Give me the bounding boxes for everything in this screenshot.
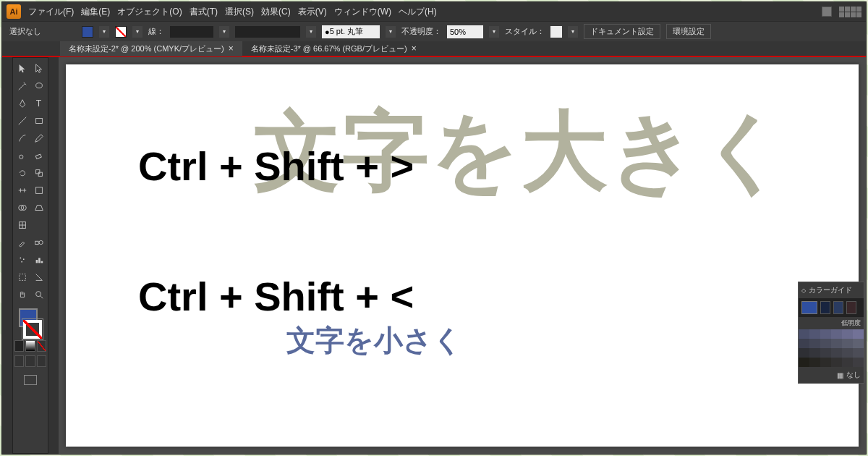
slice-tool[interactable]: [31, 269, 46, 285]
blob-brush-tool[interactable]: [14, 148, 30, 164]
fill-swatch[interactable]: [82, 26, 93, 38]
color-guide-cell[interactable]: [820, 358, 831, 367]
document-tab[interactable]: 名称未設定-3* @ 66.67% (RGB/プレビュー)×: [242, 41, 425, 56]
color-guide-grid[interactable]: [799, 329, 864, 367]
stroke-dropdown[interactable]: ▾: [132, 26, 142, 38]
rectangle-tool[interactable]: [31, 113, 46, 129]
eyedropper-tool[interactable]: [14, 235, 30, 250]
preferences-button[interactable]: 環境設定: [666, 24, 711, 39]
color-guide-cell[interactable]: [799, 339, 809, 348]
screen-mode[interactable]: [14, 373, 46, 387]
color-guide-cell[interactable]: [820, 339, 831, 348]
symbol-sprayer-tool[interactable]: [14, 252, 30, 268]
pen-tool[interactable]: [14, 96, 30, 111]
color-guide-cell[interactable]: [820, 348, 831, 358]
width-tool[interactable]: [14, 182, 30, 198]
color-guide-cell[interactable]: [853, 339, 864, 348]
color-guide-cell[interactable]: [809, 358, 820, 367]
fill-dropdown[interactable]: ▾: [99, 26, 109, 38]
selection-tool[interactable]: [14, 61, 30, 77]
harmony-swatch[interactable]: [846, 301, 856, 314]
rotate-tool[interactable]: [14, 165, 30, 181]
free-transform-tool[interactable]: [31, 182, 46, 198]
magic-wand-tool[interactable]: [14, 78, 30, 94]
doc-setup-button[interactable]: ドキュメント設定: [584, 24, 660, 39]
blend-tool[interactable]: [31, 235, 46, 250]
color-guide-panel[interactable]: カラーガイド 低明度 ▦なし: [798, 282, 864, 384]
scale-tool[interactable]: [31, 165, 46, 181]
color-guide-cell[interactable]: [853, 329, 864, 339]
stroke-swatch[interactable]: [115, 26, 127, 38]
menu-object[interactable]: オブジェクト(O): [117, 6, 182, 18]
line-tool[interactable]: [14, 113, 30, 129]
menu-edit[interactable]: 編集(E): [81, 6, 110, 18]
arrange-grid-icon[interactable]: [839, 7, 861, 17]
perspective-grid-tool[interactable]: [31, 200, 46, 216]
color-guide-cell[interactable]: [809, 348, 820, 358]
stroke-weight-input[interactable]: [170, 26, 213, 38]
paintbrush-tool[interactable]: [14, 130, 30, 146]
eraser-tool[interactable]: [31, 148, 46, 164]
menu-select[interactable]: 選択(S): [225, 6, 254, 18]
ui-mode-swatch[interactable]: [822, 7, 832, 17]
brush-preset-dropdown[interactable]: ▾: [386, 26, 396, 38]
artboard-tool[interactable]: [14, 269, 30, 285]
color-guide-cell[interactable]: [809, 339, 820, 348]
color-guide-cell[interactable]: [799, 348, 809, 358]
document-tabs: 名称未設定-2* @ 200% (CMYK/プレビュー)× 名称未設定-3* @…: [2, 41, 866, 57]
color-guide-cell[interactable]: [831, 339, 842, 348]
hand-tool[interactable]: [14, 287, 30, 303]
style-swatch[interactable]: [550, 26, 562, 38]
type-tool[interactable]: T: [31, 96, 46, 111]
column-graph-tool[interactable]: [31, 252, 46, 268]
color-guide-cell[interactable]: [842, 358, 853, 367]
menu-effect[interactable]: 効果(C): [261, 6, 291, 18]
color-guide-cell[interactable]: [853, 348, 864, 358]
menu-window[interactable]: ウィンドウ(W): [334, 6, 391, 18]
draw-mode-row[interactable]: [14, 355, 46, 367]
color-guide-cell[interactable]: [809, 329, 820, 339]
fill-stroke-color[interactable]: [14, 307, 46, 339]
color-guide-cell[interactable]: [842, 329, 853, 339]
color-guide-cell[interactable]: [820, 329, 831, 339]
color-guide-cell[interactable]: [799, 358, 809, 367]
shape-builder-tool[interactable]: [14, 200, 30, 216]
mesh-tool[interactable]: [14, 217, 30, 233]
style-dropdown[interactable]: ▾: [568, 26, 578, 38]
zoom-tool[interactable]: [31, 287, 46, 303]
color-guide-cell[interactable]: [842, 348, 853, 358]
opacity-dropdown[interactable]: ▾: [489, 26, 499, 38]
menu-file[interactable]: ファイル(F): [28, 6, 74, 18]
pencil-tool[interactable]: [31, 130, 46, 146]
menu-type[interactable]: 書式(T): [190, 6, 218, 18]
svg-rect-18: [35, 260, 38, 263]
lasso-tool[interactable]: [31, 78, 46, 94]
stroke-profile-input[interactable]: [235, 26, 300, 38]
gradient-tool[interactable]: [31, 217, 46, 233]
color-guide-cell[interactable]: [831, 358, 842, 367]
menu-view[interactable]: 表示(V): [298, 6, 327, 18]
none-swatch-icon[interactable]: ▦: [837, 371, 843, 379]
color-guide-cell[interactable]: [853, 358, 864, 367]
svg-rect-12: [35, 223, 42, 227]
brush-preset-field[interactable]: ● 5 pt. 丸筆: [322, 25, 380, 38]
color-guide-cell[interactable]: [831, 329, 842, 339]
direct-selection-tool[interactable]: [31, 61, 46, 77]
menu-help[interactable]: ヘルプ(H): [399, 6, 437, 18]
svg-text:T: T: [35, 98, 41, 109]
harmony-swatch[interactable]: [820, 301, 830, 314]
stroke-profile-dropdown[interactable]: ▾: [306, 26, 316, 38]
color-mode-row[interactable]: [14, 340, 46, 352]
color-guide-cell[interactable]: [799, 329, 809, 339]
harmony-swatch[interactable]: [833, 301, 843, 314]
color-guide-cell[interactable]: [831, 348, 842, 358]
artboard[interactable]: 文字を大きく Ctrl + Shift + > Ctrl + Shift + <…: [66, 64, 859, 447]
color-guide-cell[interactable]: [842, 339, 853, 348]
base-color-swatch[interactable]: [801, 301, 817, 314]
close-icon[interactable]: ×: [229, 43, 234, 54]
close-icon[interactable]: ×: [412, 43, 417, 54]
opacity-field[interactable]: 50%: [447, 25, 483, 38]
stroke-weight-dropdown[interactable]: ▾: [219, 26, 229, 38]
svg-rect-3: [35, 119, 42, 124]
document-tab[interactable]: 名称未設定-2* @ 200% (CMYK/プレビュー)×: [60, 41, 242, 56]
